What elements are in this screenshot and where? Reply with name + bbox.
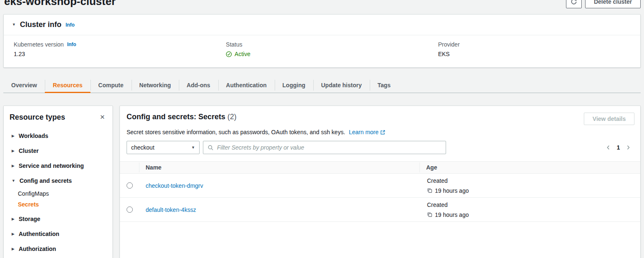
resource-types-panel: Resource types ✕ ▶ Workloads ▶ Cluster ▶… bbox=[3, 106, 113, 258]
secrets-panel-header: Config and secrets: Secrets (2) View det… bbox=[120, 113, 640, 125]
age-value: 19 hours ago bbox=[435, 187, 469, 194]
close-icon[interactable]: ✕ bbox=[98, 113, 107, 122]
collapsed-triangle-icon: ▶ bbox=[12, 232, 15, 236]
resource-group-authentication[interactable]: ▶ Authentication bbox=[6, 226, 107, 241]
row-radio-button[interactable] bbox=[127, 182, 133, 189]
resource-group-label: Cluster bbox=[19, 147, 39, 154]
column-header-name[interactable]: Name bbox=[139, 164, 420, 171]
resource-group-label: Authorization bbox=[19, 246, 56, 252]
status-label: Status bbox=[226, 41, 242, 48]
section-expanded-triangle-icon[interactable]: ▼ bbox=[12, 23, 16, 27]
content-area: Resource types ✕ ▶ Workloads ▶ Cluster ▶… bbox=[3, 106, 641, 258]
secrets-panel: Config and secrets: Secrets (2) View det… bbox=[120, 106, 641, 258]
kubernetes-version-label: Kubernetes version bbox=[14, 41, 64, 48]
table-header-row: Name Age bbox=[120, 161, 640, 174]
copy-icon[interactable] bbox=[427, 212, 432, 217]
secrets-table: Name Age checkout-token-dmgrv Created bbox=[120, 161, 640, 222]
tab-add-ons[interactable]: Add-ons bbox=[179, 78, 218, 93]
search-input[interactable] bbox=[217, 144, 442, 151]
delete-cluster-button[interactable]: Delete cluster bbox=[585, 0, 641, 8]
secrets-panel-title: Config and secrets: Secrets (2) bbox=[127, 113, 237, 121]
page-header: eks-workshop-cluster Delete cluster bbox=[3, 0, 641, 11]
resource-group-config-and-secrets[interactable]: ▼ Config and secrets bbox=[6, 173, 107, 188]
refresh-button[interactable] bbox=[566, 0, 582, 8]
secret-link[interactable]: default-token-4kssz bbox=[146, 206, 196, 213]
tab-resources[interactable]: Resources bbox=[45, 78, 90, 93]
resource-group-label: Service and networking bbox=[19, 162, 84, 169]
chevron-right-icon[interactable] bbox=[625, 145, 631, 150]
secret-link[interactable]: checkout-token-dmgrv bbox=[146, 182, 203, 189]
page-number[interactable]: 1 bbox=[617, 144, 620, 151]
collapsed-triangle-icon: ▶ bbox=[12, 149, 15, 153]
cluster-info-info-link[interactable]: Info bbox=[66, 22, 75, 28]
pagination: 1 bbox=[605, 144, 634, 151]
search-icon bbox=[207, 145, 214, 151]
search-box[interactable] bbox=[203, 141, 446, 154]
resource-group-workloads[interactable]: ▶ Workloads bbox=[6, 128, 107, 143]
view-details-button[interactable]: View details bbox=[584, 113, 634, 125]
resource-group-label: Storage bbox=[19, 216, 40, 222]
resource-type-configmaps[interactable]: ConfigMaps bbox=[18, 188, 107, 199]
page-title: eks-workshop-cluster bbox=[4, 0, 116, 8]
table-row: checkout-token-dmgrv Created 19 hours ag… bbox=[120, 174, 640, 198]
status-badge: Active bbox=[226, 51, 428, 57]
resource-group-storage[interactable]: ▶ Storage bbox=[6, 211, 107, 226]
kubernetes-version-info-link[interactable]: Info bbox=[67, 42, 76, 47]
provider-value: EKS bbox=[438, 51, 640, 57]
status-value: Active bbox=[234, 51, 250, 57]
tab-tags[interactable]: Tags bbox=[370, 78, 399, 93]
age-value: 19 hours ago bbox=[435, 211, 469, 218]
field-status: Status Active bbox=[216, 41, 428, 57]
row-select-cell bbox=[120, 182, 139, 189]
config-and-secrets-children: ConfigMaps Secrets bbox=[6, 188, 107, 211]
resource-group-authorization[interactable]: ▶ Authorization bbox=[6, 241, 107, 256]
secrets-panel-title-text: Config and secrets: Secrets bbox=[127, 113, 225, 121]
field-kubernetes-version: Kubernetes version Info 1.23 bbox=[4, 41, 216, 57]
cluster-info-fields: Kubernetes version Info 1.23 Status Acti… bbox=[4, 35, 640, 67]
field-provider: Provider EKS bbox=[428, 41, 640, 57]
filter-dropdown-value: checkout bbox=[131, 144, 154, 151]
collapsed-triangle-icon: ▶ bbox=[12, 134, 15, 138]
cluster-tabs: Overview Resources Compute Networking Ad… bbox=[3, 78, 641, 93]
cluster-info-header[interactable]: ▼ Cluster info Info bbox=[4, 15, 640, 35]
age-created-label: Created bbox=[427, 201, 640, 208]
secrets-description-row: Secret stores sensitive information, suc… bbox=[120, 125, 640, 135]
collapsed-triangle-icon: ▶ bbox=[12, 217, 15, 221]
cluster-info-card: ▼ Cluster info Info Kubernetes version I… bbox=[3, 14, 641, 68]
check-circle-icon bbox=[226, 51, 232, 57]
resource-types-header: Resource types ✕ bbox=[6, 112, 107, 126]
row-radio-button[interactable] bbox=[127, 206, 133, 213]
tab-logging[interactable]: Logging bbox=[275, 78, 313, 93]
external-link-icon bbox=[380, 130, 385, 135]
chevron-left-icon[interactable] bbox=[605, 145, 611, 150]
resource-group-service-and-networking[interactable]: ▶ Service and networking bbox=[6, 158, 107, 173]
tab-networking[interactable]: Networking bbox=[132, 78, 179, 93]
secrets-description: Secret stores sensitive information, suc… bbox=[127, 129, 345, 135]
secret-name-cell: default-token-4kssz bbox=[139, 206, 420, 213]
refresh-icon bbox=[571, 0, 577, 5]
secrets-controls: checkout ▼ 1 bbox=[120, 135, 640, 160]
secrets-count: (2) bbox=[227, 113, 237, 121]
secret-name-cell: checkout-token-dmgrv bbox=[139, 182, 420, 189]
resource-group-cluster[interactable]: ▶ Cluster bbox=[6, 143, 107, 158]
collapsed-triangle-icon: ▶ bbox=[12, 247, 15, 251]
secret-age-cell: Created 19 hours ago bbox=[420, 177, 640, 194]
resource-group-label: Config and secrets bbox=[20, 177, 72, 184]
tab-compute[interactable]: Compute bbox=[90, 78, 132, 93]
resource-type-secrets[interactable]: Secrets bbox=[18, 199, 107, 210]
kubernetes-version-value: 1.23 bbox=[14, 51, 216, 57]
tab-overview[interactable]: Overview bbox=[3, 78, 45, 93]
copy-icon[interactable] bbox=[427, 188, 432, 193]
row-select-cell bbox=[120, 206, 139, 213]
expanded-triangle-icon: ▼ bbox=[12, 179, 15, 183]
resource-types-list: ▶ Workloads ▶ Cluster ▶ Service and netw… bbox=[6, 128, 107, 256]
column-header-age[interactable]: Age bbox=[420, 164, 640, 171]
filter-dropdown[interactable]: checkout ▼ bbox=[127, 141, 200, 154]
resource-group-label: Authentication bbox=[19, 231, 59, 237]
resource-group-label: Workloads bbox=[19, 133, 48, 139]
learn-more-label: Learn more bbox=[349, 129, 379, 135]
tab-authentication[interactable]: Authentication bbox=[218, 78, 275, 93]
tab-update-history[interactable]: Update history bbox=[313, 78, 370, 93]
secret-age-cell: Created 19 hours ago bbox=[420, 201, 640, 218]
learn-more-link[interactable]: Learn more bbox=[349, 129, 386, 135]
